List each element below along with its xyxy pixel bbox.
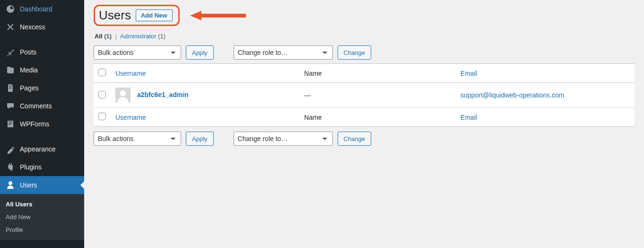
nexcess-icon: [6, 22, 15, 32]
select-all-checkbox[interactable]: [98, 69, 106, 76]
admin-sidebar: Dashboard Nexcess Posts Media Pages Comm…: [0, 0, 84, 248]
pages-icon: [6, 83, 15, 93]
sidebar-label: Dashboard: [20, 5, 52, 13]
select-all-header: [94, 64, 111, 83]
sidebar-item-comments[interactable]: Comments: [0, 97, 84, 115]
main-content: Users Add New All (1) | Administrator (1…: [84, 0, 644, 248]
svg-point-2: [120, 90, 126, 96]
change-role-select-bottom[interactable]: Change role to…: [234, 132, 333, 146]
sidebar-item-appearance[interactable]: Appearance: [0, 140, 84, 158]
sidebar-item-wpforms[interactable]: WPForms: [0, 115, 84, 133]
change-button-bottom[interactable]: Change: [338, 132, 372, 146]
sidebar-label: Posts: [20, 48, 36, 56]
col-name[interactable]: Name: [299, 64, 456, 83]
plugins-icon: [6, 162, 15, 172]
tablenav-bottom: Bulk actions Apply Change role to… Chang…: [94, 132, 635, 146]
submenu-add-new[interactable]: Add New: [0, 211, 84, 223]
users-icon: [6, 180, 15, 190]
col-email-footer[interactable]: Email: [456, 108, 635, 127]
add-new-button[interactable]: Add New: [136, 9, 173, 21]
sidebar-item-media[interactable]: Media: [0, 61, 84, 79]
apply-button-bottom[interactable]: Apply: [186, 132, 214, 146]
col-email[interactable]: Email: [456, 64, 635, 83]
comments-icon: [6, 101, 15, 111]
sidebar-label: Appearance: [20, 145, 56, 153]
tablenav-top: Bulk actions Apply Change role to… Chang…: [94, 45, 635, 60]
sidebar-label: Plugins: [20, 163, 42, 171]
sidebar-submenu-users: All Users Add New Profile: [0, 194, 84, 240]
svg-marker-0: [190, 11, 246, 20]
col-username[interactable]: Username: [111, 64, 299, 83]
submenu-all-users[interactable]: All Users: [0, 198, 84, 211]
avatar: [115, 88, 131, 103]
page-title: Users: [99, 8, 131, 23]
col-username-footer[interactable]: Username: [111, 108, 299, 127]
sidebar-item-nexcess[interactable]: Nexcess: [0, 18, 84, 36]
filter-administrator[interactable]: Administrator (1): [120, 33, 165, 40]
name-cell: —: [299, 83, 456, 108]
submenu-profile[interactable]: Profile: [0, 223, 84, 236]
bulk-actions-select[interactable]: Bulk actions: [94, 45, 181, 60]
pin-icon: [6, 47, 15, 57]
bulk-actions-select-bottom[interactable]: Bulk actions: [94, 132, 181, 146]
apply-button[interactable]: Apply: [186, 45, 214, 60]
sidebar-label: Comments: [20, 102, 52, 110]
sidebar-item-users[interactable]: Users: [0, 176, 84, 194]
dashboard-icon: [6, 4, 15, 14]
filter-all[interactable]: All (1): [95, 33, 112, 40]
sidebar-label: Media: [20, 66, 38, 74]
table-row: a2bfc6e1_admin — support@liquidweb-opera…: [94, 83, 635, 108]
annotation-arrow-icon: [190, 10, 247, 21]
sidebar-label: Pages: [20, 84, 39, 92]
select-all-checkbox-footer[interactable]: [98, 113, 106, 120]
filter-separator: |: [113, 33, 119, 40]
col-name-footer[interactable]: Name: [299, 108, 456, 127]
email-link[interactable]: support@liquidweb-operations.com: [461, 91, 565, 99]
sidebar-item-pages[interactable]: Pages: [0, 79, 84, 97]
sidebar-label: WPForms: [20, 120, 49, 128]
username-link[interactable]: a2bfc6e1_admin: [137, 91, 189, 98]
sidebar-separator: [0, 135, 84, 138]
wpforms-icon: [6, 119, 15, 129]
change-role-select[interactable]: Change role to…: [234, 45, 333, 60]
sidebar-item-plugins[interactable]: Plugins: [0, 158, 84, 176]
heading-highlight-box: Users Add New: [94, 5, 180, 26]
users-table: Username Name Email a2bfc6e1_admin — sup…: [94, 63, 635, 127]
appearance-icon: [6, 144, 15, 154]
change-button[interactable]: Change: [338, 45, 372, 60]
sidebar-separator: [0, 38, 84, 41]
page-heading-row: Users Add New: [94, 5, 635, 26]
sidebar-item-dashboard[interactable]: Dashboard: [0, 0, 84, 18]
media-icon: [6, 65, 15, 75]
sidebar-item-posts[interactable]: Posts: [0, 43, 84, 61]
sidebar-label: Nexcess: [20, 23, 45, 31]
role-filter-links: All (1) | Administrator (1): [95, 33, 635, 40]
row-checkbox[interactable]: [98, 91, 106, 98]
sidebar-label: Users: [20, 181, 37, 189]
